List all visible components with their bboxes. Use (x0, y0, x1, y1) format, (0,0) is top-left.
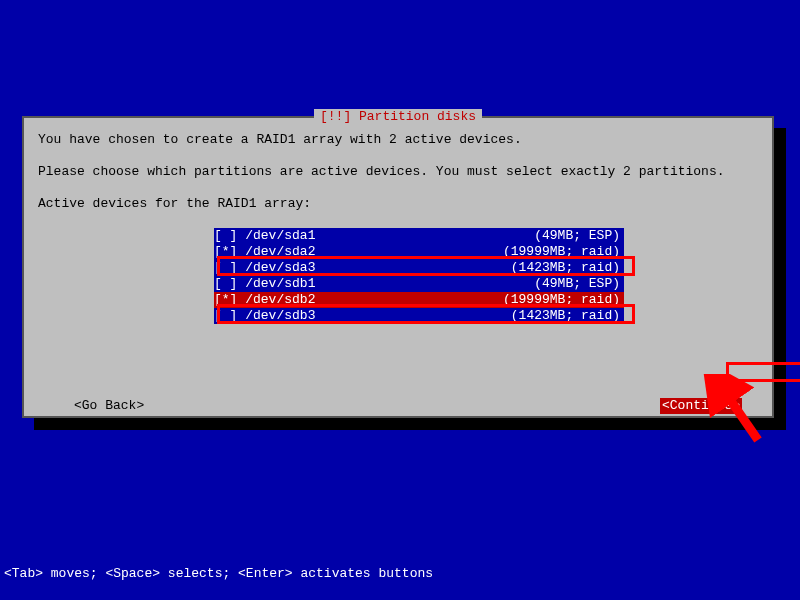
checkbox[interactable]: [ ] (214, 276, 245, 292)
highlight-annotation (726, 362, 800, 382)
device-path: /dev/sda1 (245, 228, 315, 244)
device-path: /dev/sda3 (245, 260, 315, 276)
partition-list: [ ] /dev/sda1 (49MB; ESP) [*] /dev/sda2 … (214, 228, 624, 324)
device-info: (1423MB; raid) (511, 260, 624, 276)
device-path: /dev/sdb1 (245, 276, 315, 292)
partition-dialog: [!!] Partition disks You have chosen to … (22, 116, 774, 418)
device-path: /dev/sdb2 (245, 292, 315, 308)
device-path: /dev/sdb3 (245, 308, 315, 324)
device-path: /dev/sda2 (245, 244, 315, 260)
dialog-title: [!!] Partition disks (314, 109, 482, 124)
help-bar: <Tab> moves; <Space> selects; <Enter> ac… (4, 566, 433, 582)
device-info: (49MB; ESP) (534, 228, 624, 244)
instruction-line-2: Please choose which partitions are activ… (38, 164, 758, 180)
device-info: (49MB; ESP) (534, 276, 624, 292)
checkbox[interactable]: [ ] (214, 228, 245, 244)
partition-row[interactable]: [ ] /dev/sdb3 (1423MB; raid) (214, 308, 624, 324)
partition-row[interactable]: [ ] /dev/sda1 (49MB; ESP) (214, 228, 624, 244)
partition-row[interactable]: [ ] /dev/sda3 (1423MB; raid) (214, 260, 624, 276)
instruction-line-1: You have chosen to create a RAID1 array … (38, 132, 758, 148)
continue-button[interactable]: <Continue> (660, 398, 742, 414)
checkbox[interactable]: [ ] (214, 308, 245, 324)
go-back-button[interactable]: <Go Back> (74, 398, 144, 414)
checkbox[interactable]: [ ] (214, 260, 245, 276)
device-info: (19999MB; raid) (503, 244, 624, 260)
instruction-line-3: Active devices for the RAID1 array: (38, 196, 758, 212)
partition-row[interactable]: [*] /dev/sdb2 (19999MB; raid) (214, 292, 624, 308)
device-info: (19999MB; raid) (503, 292, 624, 308)
partition-row[interactable]: [*] /dev/sda2 (19999MB; raid) (214, 244, 624, 260)
device-info: (1423MB; raid) (511, 308, 624, 324)
partition-row[interactable]: [ ] /dev/sdb1 (49MB; ESP) (214, 276, 624, 292)
checkbox[interactable]: [*] (214, 292, 245, 308)
checkbox[interactable]: [*] (214, 244, 245, 260)
